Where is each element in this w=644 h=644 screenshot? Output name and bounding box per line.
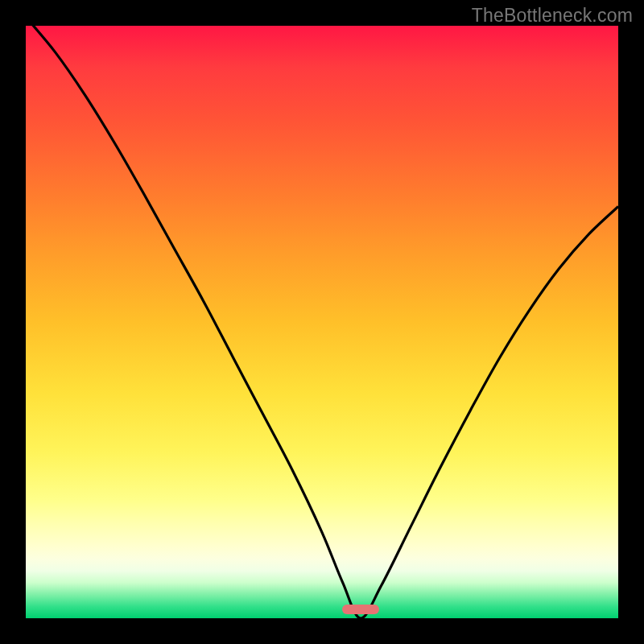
watermark-label: TheBottleneck.com: [472, 5, 633, 27]
curve-path: [26, 26, 618, 618]
chart-frame: TheBottleneck.com: [0, 0, 644, 644]
optimum-marker: [342, 605, 379, 614]
plot-area: [26, 26, 618, 618]
bottleneck-curve: [26, 26, 618, 618]
